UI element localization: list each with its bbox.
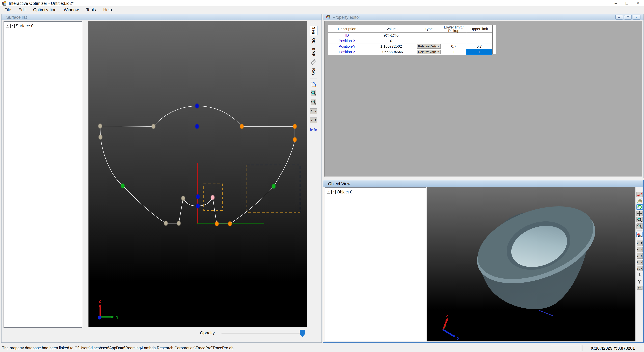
property-table[interactable]: DescriptionValueTypeLower limit /PickupU… (328, 25, 492, 55)
view-iso1-icon[interactable]: Y (636, 272, 643, 278)
view-zy-icon[interactable]: Z∟Y (636, 260, 643, 265)
pane-close-button[interactable]: × (633, 15, 640, 20)
control-point-gray[interactable] (98, 135, 102, 139)
control-point-orange[interactable] (293, 124, 297, 129)
surface-tree[interactable]: + ✓ Surface 0 (4, 21, 82, 328)
control-point-blue[interactable] (196, 194, 200, 199)
set-view-button[interactable]: SetVIEW (636, 285, 643, 291)
zoom-all-icon[interactable]: A (310, 98, 318, 106)
control-point-blue[interactable] (195, 124, 199, 129)
property-type-cell[interactable]: RelativeVaria...∨ (416, 49, 441, 55)
control-point-gray[interactable] (152, 124, 155, 129)
object-3d-view[interactable]: Z X (427, 187, 636, 342)
property-description[interactable]: Position-X (328, 38, 366, 44)
opacity-label: Opacity (200, 330, 215, 336)
view-yx-icon[interactable]: Y∟X (636, 253, 643, 259)
object-view-title: Object View (328, 181, 350, 186)
view-zy-icon[interactable]: Z∟Y (310, 107, 318, 115)
control-point-orange[interactable] (240, 124, 244, 129)
toolbar-grip[interactable] (312, 22, 316, 24)
pane-restore-button[interactable]: □ (624, 15, 632, 20)
column-header: Type (416, 25, 441, 33)
toolbar-grip[interactable] (638, 188, 641, 190)
view-xz-icon[interactable]: X∟Z (636, 241, 643, 246)
upper-limit-cell[interactable]: 0.7 (466, 44, 492, 49)
upper-limit-cell[interactable] (466, 38, 492, 44)
lower-limit-cell[interactable]: 0.7 (441, 44, 466, 49)
menu-help[interactable]: Help (100, 6, 116, 13)
object-tree[interactable]: + ✓ Object 0 (325, 187, 426, 341)
type-dropdown[interactable]: RelativeVaria...∨ (417, 50, 440, 54)
control-point-blue[interactable] (196, 204, 200, 208)
orientation-cube-icon[interactable] (636, 198, 643, 203)
control-point-orange[interactable] (215, 221, 219, 226)
type-dropdown[interactable]: RelativeVaria...∨ (417, 44, 440, 49)
control-point-orange[interactable] (228, 221, 232, 226)
control-point-gray[interactable] (164, 221, 168, 226)
surface0-checkbox[interactable]: ✓ (10, 24, 14, 28)
control-point-orange[interactable] (293, 137, 297, 142)
menu-edit[interactable]: Edit (15, 6, 29, 13)
property-description[interactable]: Position-Y (328, 44, 366, 49)
property-value-cell[interactable]: 2.0668804646 (366, 49, 416, 55)
control-point-gray[interactable] (177, 221, 180, 226)
control-point-gray[interactable] (181, 196, 185, 201)
view-yz-icon[interactable]: Y∟Z (636, 247, 643, 252)
close-button[interactable]: × (632, 0, 643, 6)
control-point-green[interactable] (272, 184, 276, 189)
property-value-cell[interactable]: 9@-1@0 (366, 33, 416, 38)
menu-file[interactable]: File (1, 6, 15, 13)
obj-tab[interactable]: Obj (310, 37, 318, 46)
menu-optimization[interactable]: Optimization (29, 6, 60, 13)
view-iso2-icon[interactable] (636, 279, 643, 284)
axis-y-label: Y (116, 315, 118, 320)
lower-limit-cell[interactable] (441, 33, 466, 38)
raytrace-icon[interactable] (636, 192, 643, 197)
bmp-tab[interactable]: BMP (310, 47, 318, 57)
fit-view-icon[interactable] (310, 80, 318, 88)
object0-checkbox[interactable]: ✓ (332, 190, 336, 194)
menu-tools[interactable]: Tools (82, 6, 100, 13)
minimize-button[interactable]: – (610, 0, 621, 6)
expand-plus-icon[interactable]: + (6, 24, 9, 27)
tree-item-object0[interactable]: + ✓ Object 0 (327, 189, 352, 194)
control-point-blue[interactable] (195, 104, 199, 108)
zoom-window-icon[interactable] (310, 89, 318, 97)
pane-minimize-button[interactable]: – (615, 15, 623, 20)
chevron-down-icon[interactable]: ∨ (436, 50, 440, 54)
property-description[interactable]: Position-Z (328, 49, 366, 55)
view-zx-icon[interactable]: Z∟X (636, 266, 643, 271)
title-bar: Interactive Optimizer - Untitled.io2* –□… (0, 0, 644, 6)
pan-icon[interactable] (636, 211, 643, 216)
property-type-cell[interactable]: RelativeVaria...∨ (416, 44, 441, 49)
rotate-view-icon[interactable] (636, 204, 643, 210)
chevron-down-icon[interactable]: ∨ (436, 44, 440, 48)
profile-canvas[interactable]: Z Y (88, 21, 307, 327)
property-type-cell[interactable] (416, 38, 441, 44)
property-description[interactable]: ID (328, 33, 366, 38)
zoom-all-icon[interactable]: A (636, 223, 643, 229)
property-row-position-x: Position-X0 (328, 38, 492, 44)
property-type-cell[interactable] (416, 33, 441, 38)
control-point-gray[interactable] (98, 124, 102, 128)
control-point-green[interactable] (121, 184, 124, 188)
tree-item-surface0[interactable]: + ✓ Surface 0 (6, 23, 34, 28)
menu-window[interactable]: Window (60, 6, 82, 13)
upper-limit-cell[interactable] (466, 33, 492, 38)
seg-tab[interactable]: Seg (310, 26, 318, 35)
lower-limit-cell[interactable] (441, 38, 466, 44)
property-value-cell[interactable]: 0 (366, 38, 416, 44)
opacity-slider-thumb[interactable] (300, 330, 305, 337)
control-point-pink[interactable] (211, 195, 214, 200)
dpl-icon[interactable]: DPL (636, 232, 643, 237)
view-yz-icon[interactable]: Y∟Z (310, 116, 318, 124)
maximize-button[interactable]: □ (622, 0, 632, 6)
ray-tab[interactable]: Ray (310, 67, 318, 77)
property-value-cell[interactable]: 1.160772562 (366, 44, 416, 49)
upper-limit-cell[interactable]: 1 (466, 49, 492, 55)
opacity-slider[interactable] (222, 333, 305, 334)
expand-plus-icon[interactable]: + (327, 190, 330, 194)
zoom-window-icon[interactable] (636, 217, 643, 222)
measure-ruler-icon[interactable] (310, 58, 318, 66)
lower-limit-cell[interactable]: 1 (441, 49, 466, 55)
